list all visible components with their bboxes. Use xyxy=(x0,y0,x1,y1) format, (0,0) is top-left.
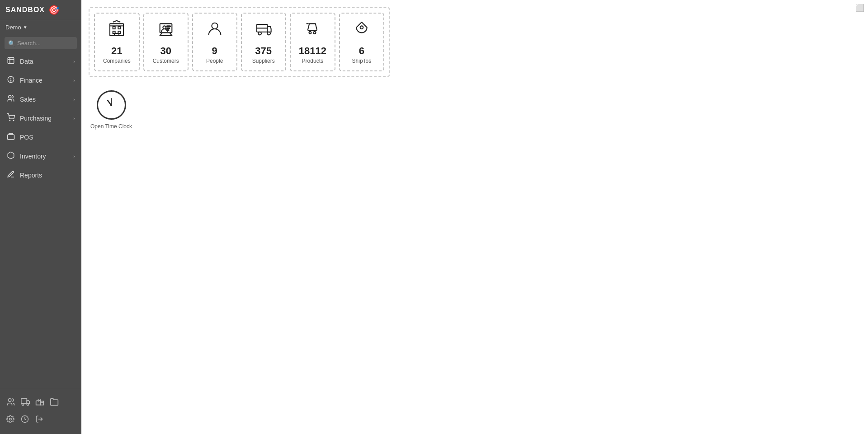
sidebar-item-reports-label: Reports xyxy=(20,172,42,179)
sales-chevron-icon: › xyxy=(73,97,75,102)
factory-icon[interactable] xyxy=(35,397,44,409)
svg-point-38 xyxy=(314,32,316,34)
companies-count: 21 xyxy=(111,45,122,57)
products-icon xyxy=(303,20,321,42)
purchasing-icon xyxy=(6,113,15,123)
svg-point-13 xyxy=(22,403,24,405)
people-stat-icon xyxy=(206,20,224,42)
people-label: People xyxy=(206,58,223,64)
shiptos-count: 6 xyxy=(359,45,364,57)
products-count: 18112 xyxy=(299,45,326,57)
shiptos-icon xyxy=(353,20,371,42)
svg-rect-0 xyxy=(8,57,14,64)
clock-widget[interactable]: Open Time Clock xyxy=(89,90,134,130)
pos-icon xyxy=(6,132,15,142)
stat-card-products[interactable]: 18112 Products xyxy=(290,13,335,71)
products-label: Products xyxy=(302,58,323,64)
clock-circle xyxy=(97,90,126,120)
sidebar-item-pos-label: POS xyxy=(20,134,33,141)
sidebar-bottom-icons xyxy=(0,394,81,412)
sidebar-bottom xyxy=(0,389,81,434)
main-content: 21 Companies 30 Customers 9 People 375 S… xyxy=(81,0,868,434)
sidebar-item-purchasing[interactable]: Purchasing › xyxy=(0,109,81,128)
sidebar-item-data[interactable]: Data › xyxy=(0,52,81,71)
data-icon xyxy=(6,56,15,66)
sidebar-footer-icons xyxy=(0,412,81,429)
sidebar-item-sales[interactable]: Sales › xyxy=(0,90,81,109)
finance-chevron-icon: › xyxy=(73,78,75,83)
customers-label: Customers xyxy=(153,58,179,64)
svg-point-14 xyxy=(27,403,28,405)
inventory-icon xyxy=(6,151,15,161)
settings-icon[interactable] xyxy=(6,415,14,425)
svg-point-17 xyxy=(9,418,12,420)
sidebar-item-pos[interactable]: POS xyxy=(0,128,81,147)
sidebar-item-finance[interactable]: Finance › xyxy=(0,71,81,90)
sidebar: SANDBOX 🎯 Demo ▼ 🔍 Data › Fina xyxy=(0,0,81,434)
stat-card-shiptos[interactable]: 6 ShipTos xyxy=(339,13,384,71)
svg-rect-31 xyxy=(166,30,169,31)
purchasing-chevron-icon: › xyxy=(73,116,75,121)
svg-point-7 xyxy=(9,120,10,121)
stats-row: 21 Companies 30 Customers 9 People 375 S… xyxy=(89,7,390,77)
svg-point-5 xyxy=(10,80,11,81)
svg-rect-29 xyxy=(166,26,170,27)
sidebar-item-purchasing-label: Purchasing xyxy=(20,115,52,122)
sidebar-item-inventory-label: Inventory xyxy=(20,153,46,160)
folder-icon[interactable] xyxy=(50,397,59,409)
svg-point-6 xyxy=(9,95,11,98)
stat-card-suppliers[interactable]: 375 Suppliers xyxy=(241,13,286,71)
svg-rect-26 xyxy=(114,33,119,36)
svg-point-34 xyxy=(258,32,261,35)
data-chevron-icon: › xyxy=(73,59,75,64)
svg-point-32 xyxy=(212,23,217,29)
shiptos-label: ShipTos xyxy=(352,58,372,64)
demo-chevron-icon: ▼ xyxy=(23,25,28,30)
stat-card-companies[interactable]: 21 Companies xyxy=(94,13,140,71)
svg-line-41 xyxy=(108,100,111,105)
stat-card-customers[interactable]: 30 Customers xyxy=(143,13,189,71)
suppliers-icon xyxy=(255,20,273,42)
customers-count: 30 xyxy=(160,45,171,57)
finance-icon xyxy=(6,75,15,85)
demo-selector[interactable]: Demo ▼ xyxy=(0,20,81,34)
sidebar-header: SANDBOX 🎯 xyxy=(0,0,81,20)
svg-rect-22 xyxy=(118,27,121,29)
svg-point-10 xyxy=(8,399,11,402)
stat-card-people[interactable]: 9 People xyxy=(192,13,237,71)
svg-marker-12 xyxy=(27,401,29,404)
demo-label: Demo xyxy=(5,24,21,31)
sidebar-item-sales-label: Sales xyxy=(20,96,36,103)
svg-point-43 xyxy=(110,104,112,106)
svg-point-40 xyxy=(360,26,363,29)
suppliers-count: 375 xyxy=(255,45,272,57)
logout-icon[interactable] xyxy=(35,415,43,425)
svg-point-8 xyxy=(13,120,14,121)
inventory-chevron-icon: › xyxy=(73,154,75,159)
svg-point-35 xyxy=(267,32,270,35)
clock-widget-label: Open Time Clock xyxy=(90,123,132,130)
companies-icon xyxy=(108,20,126,42)
search-icon: 🔍 xyxy=(8,40,15,47)
search-input[interactable] xyxy=(5,37,77,49)
sales-icon xyxy=(6,94,15,104)
sidebar-item-reports[interactable]: Reports xyxy=(0,166,81,185)
suppliers-label: Suppliers xyxy=(252,58,275,64)
logo-icon: 🎯 xyxy=(48,5,60,15)
sandbox-logo-text: SANDBOX xyxy=(5,6,45,14)
reports-icon xyxy=(6,170,15,180)
search-wrap: 🔍 xyxy=(5,37,77,49)
svg-point-37 xyxy=(309,32,311,34)
sidebar-item-inventory[interactable]: Inventory › xyxy=(0,147,81,166)
svg-rect-11 xyxy=(21,399,27,404)
people-icon[interactable] xyxy=(6,397,15,409)
companies-label: Companies xyxy=(103,58,131,64)
truck-icon[interactable] xyxy=(21,397,30,409)
nav-items: Data › Finance › Sales › xyxy=(0,52,81,389)
clock-icon[interactable] xyxy=(21,415,29,425)
sidebar-item-data-label: Data xyxy=(20,58,33,65)
people-count: 9 xyxy=(212,45,217,57)
window-resize-icon[interactable]: ⬜ xyxy=(855,4,864,12)
customers-icon xyxy=(157,20,175,42)
svg-rect-9 xyxy=(8,135,14,140)
